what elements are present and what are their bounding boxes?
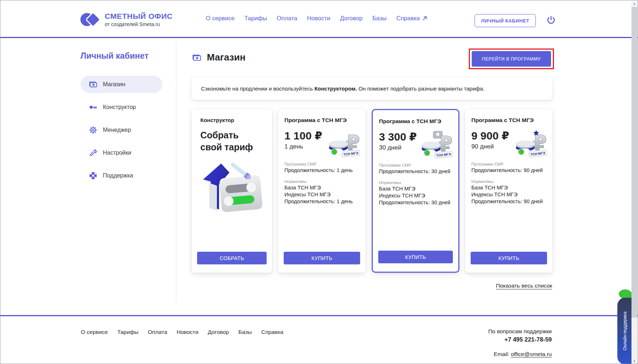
constructor-illustration: [199, 158, 265, 218]
nav-tariffs[interactable]: Тарифы: [244, 15, 267, 22]
sidebar-item-settings[interactable]: Настройки: [80, 144, 162, 162]
page-title: Магазин: [207, 52, 246, 63]
external-link-icon: [422, 15, 428, 21]
norms-section-label: Нормативы: [471, 179, 493, 184]
sidebar-item-support[interactable]: Поддержка: [80, 167, 162, 184]
buy-button[interactable]: КУПИТЬ: [471, 252, 547, 264]
logo[interactable]: СМЕТНЫЙ ОФИС от создателей Smeta.ru: [80, 11, 173, 28]
shop-title-icon: [192, 53, 202, 62]
norms-line: Продолжительность: 30 дней: [379, 200, 450, 205]
tariff-title: Программа с ТСН МГЭ: [471, 117, 534, 124]
email-label: Email:: [494, 351, 509, 357]
program-section-label: Программа СМР: [284, 162, 317, 166]
vertical-scrollbar[interactable]: ▲ ▼: [631, 1, 637, 364]
support-phone: +7 495 221-78-59: [488, 336, 552, 343]
card-label: Конструктор: [200, 117, 234, 123]
app-window: СМЕТНЫЙ ОФИС от создателей Smeta.ru О се…: [0, 0, 638, 364]
norms-line: Продолжительность: 90 дней: [471, 198, 543, 204]
norms-line: База ТСН МГЭ: [471, 185, 508, 191]
sidebar-item-manager[interactable]: Менеджер: [80, 121, 162, 139]
personal-cabinet-button[interactable]: ЛИЧНЫЙ КАБИНЕТ: [475, 14, 536, 27]
banner-text-after: Он поможет подобрать разные варианты тар…: [357, 85, 484, 92]
support-questions-label: По вопросам поддержки: [488, 328, 552, 335]
logout-power-icon[interactable]: [546, 15, 556, 26]
wrench-icon: [89, 148, 97, 157]
footer-nav-tariffs[interactable]: Тарифы: [117, 329, 139, 335]
tariff-price: 9 900 ₽: [471, 129, 509, 142]
sidebar-item-label: Поддержка: [103, 172, 133, 179]
tariff-duration: 1 день: [284, 143, 303, 150]
gear-icon: [89, 126, 97, 134]
scrollbar-thumb[interactable]: [631, 7, 637, 318]
norms-line: Продолжительность: 1 день: [284, 198, 353, 204]
program-section-label: Программа СМР: [379, 163, 411, 167]
email-link[interactable]: office@smeta.ru: [511, 351, 552, 357]
footer-nav: О сервисе Тарифы Оплата Новости Договор …: [81, 329, 283, 335]
norms-line: База ТСН МГЭ: [379, 186, 415, 192]
nav-bases[interactable]: Базы: [372, 15, 387, 22]
scrollbar-down-arrow-icon[interactable]: ▼: [631, 358, 637, 364]
sidebar-item-constructor[interactable]: Конструктор: [80, 99, 162, 116]
lifebuoy-icon: [89, 171, 97, 180]
scrollbar-up-arrow-icon[interactable]: ▲: [631, 1, 637, 7]
norms-line: Индексы ТСН МГЭ: [379, 193, 425, 198]
constructor-card: Конструктор Собрать свой тариф: [192, 109, 272, 273]
norms-section-label: Нормативы: [379, 180, 401, 185]
norms-line: Индексы ТСН МГЭ: [284, 192, 330, 197]
goto-program-button[interactable]: ПЕРЕЙТИ В ПРОГРАММУ: [472, 51, 551, 67]
program-duration-line: Продолжительность: 30 дней: [379, 168, 450, 174]
tariff-duration: 30 дней: [379, 144, 401, 151]
sidebar-item-shop[interactable]: Магазин: [80, 76, 162, 93]
tariff-card-90days: Программа с ТСН МГЭ 9 900 ₽ 90 дней ₽: [465, 109, 552, 273]
banner-text: Сэкономьте на продлении и воспользуйтесь: [201, 85, 314, 92]
sidebar-title: Личный кабинет: [80, 51, 149, 61]
tariff-price: 3 300 ₽: [379, 130, 417, 143]
constructor-hint-banner: Сэкономьте на продлении и воспользуйтесь…: [192, 77, 552, 100]
nav-news[interactable]: Новости: [307, 15, 330, 22]
sidebar-item-label: Магазин: [103, 81, 125, 88]
support-email-row: Email: office@smeta.ru: [494, 351, 552, 357]
footer-nav-contract[interactable]: Договор: [208, 329, 229, 335]
smeta-logo-icon: [80, 11, 100, 28]
ruble-coin-illustration: ₽ ТСН МГЭ: [514, 129, 547, 160]
sidebar-item-label: Настройки: [103, 150, 131, 156]
tariff-card-1day: Программа с ТСН МГЭ 1 100 ₽ 1 день ₽ ТСН…: [278, 109, 366, 273]
ruble-coin-illustration: ₽ ТСН МГЭ: [420, 130, 453, 162]
tariff-title: Программа с ТСН МГЭ: [284, 117, 347, 124]
buy-button[interactable]: КУПИТЬ: [284, 252, 360, 264]
buy-button[interactable]: КУПИТЬ: [378, 251, 453, 263]
banner-bold-text: Конструктором.: [314, 85, 357, 92]
program-duration-line: Продолжительность: 90 дней: [471, 167, 543, 173]
card-heading: Собрать свой тариф: [200, 129, 253, 153]
program-duration-line: Продолжительность: 1 день: [284, 167, 353, 173]
sidebar-item-label: Конструктор: [103, 104, 136, 110]
tariff-price: 1 100 ₽: [284, 129, 322, 142]
key-icon: [89, 103, 97, 112]
nav-help[interactable]: Справка: [396, 15, 428, 22]
online-support-tab[interactable]: Онлайн-поддержка: [617, 298, 633, 364]
tariff-duration: 90 дней: [471, 143, 494, 150]
footer-nav-bases[interactable]: Базы: [238, 329, 252, 335]
footer-nav-payment[interactable]: Оплата: [148, 329, 167, 335]
footer-nav-about[interactable]: О сервисе: [81, 329, 108, 335]
program-section-label: Программа СМР: [471, 162, 504, 166]
logo-title: СМЕТНЫЙ ОФИС: [105, 12, 173, 21]
norms-line: База ТСН МГЭ: [284, 185, 321, 191]
top-header: СМЕТНЫЙ ОФИС от создателей Smeta.ru О се…: [0, 0, 638, 38]
logo-subtitle: от создателей Smeta.ru: [105, 21, 173, 27]
norms-section-label: Нормативы: [284, 179, 307, 184]
online-support-label: Онлайн-поддержка: [622, 311, 627, 350]
norms-line: Индексы ТСН МГЭ: [471, 192, 517, 197]
show-all-list-link[interactable]: Показать весь список: [496, 283, 552, 289]
footer-nav-help[interactable]: Справка: [261, 329, 283, 335]
tariff-card-30days-selected: Программа с ТСН МГЭ 3 300 ₽ 30 дней ₽: [372, 109, 459, 273]
ruble-coin-illustration: ₽ ТСН МГЭ: [327, 129, 360, 160]
nav-payment[interactable]: Оплата: [277, 15, 297, 22]
build-tariff-button[interactable]: СОБРАТЬ: [197, 252, 267, 264]
nav-about[interactable]: О сервисе: [206, 15, 234, 22]
nav-contract[interactable]: Договор: [340, 15, 362, 22]
banknote-icon: [89, 80, 97, 89]
content-divider: [176, 41, 176, 303]
footer-nav-news[interactable]: Новости: [177, 329, 199, 335]
footer-divider: [0, 315, 638, 316]
